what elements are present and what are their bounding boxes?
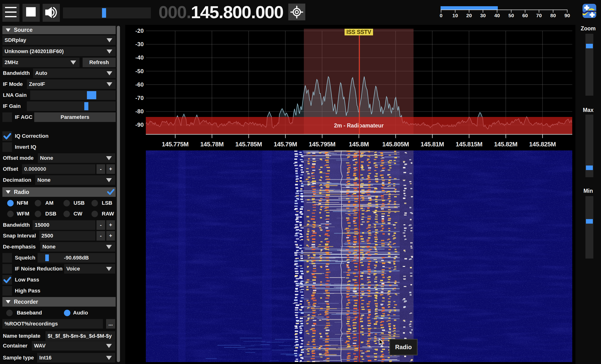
svg-text:145.79M: 145.79M bbox=[274, 141, 297, 148]
svg-text:-50: -50 bbox=[135, 68, 144, 74]
svg-text:145.82M: 145.82M bbox=[494, 141, 517, 148]
svg-text:145.81M: 145.81M bbox=[421, 141, 444, 148]
svg-text:-90: -90 bbox=[135, 122, 144, 128]
svg-text:145.795M: 145.795M bbox=[309, 141, 335, 148]
svg-text:-80: -80 bbox=[135, 108, 144, 115]
svg-text:145.785M: 145.785M bbox=[235, 141, 262, 148]
svg-text:-30: -30 bbox=[135, 41, 144, 47]
svg-text:145.775M: 145.775M bbox=[162, 141, 189, 148]
svg-text:-60: -60 bbox=[135, 81, 144, 88]
svg-text:145.815M: 145.815M bbox=[456, 141, 482, 148]
svg-text:145.78M: 145.78M bbox=[200, 141, 224, 148]
svg-text:-20: -20 bbox=[135, 28, 144, 34]
svg-text:2m - Radioamateur: 2m - Radioamateur bbox=[334, 123, 384, 129]
svg-text:145.825M: 145.825M bbox=[529, 141, 556, 148]
svg-text:-40: -40 bbox=[135, 54, 144, 61]
svg-text:145.8M: 145.8M bbox=[349, 141, 369, 148]
svg-text:145.805M: 145.805M bbox=[382, 141, 409, 148]
svg-text:-70: -70 bbox=[135, 95, 144, 101]
svg-text:ISS SSTV: ISS SSTV bbox=[346, 29, 371, 35]
